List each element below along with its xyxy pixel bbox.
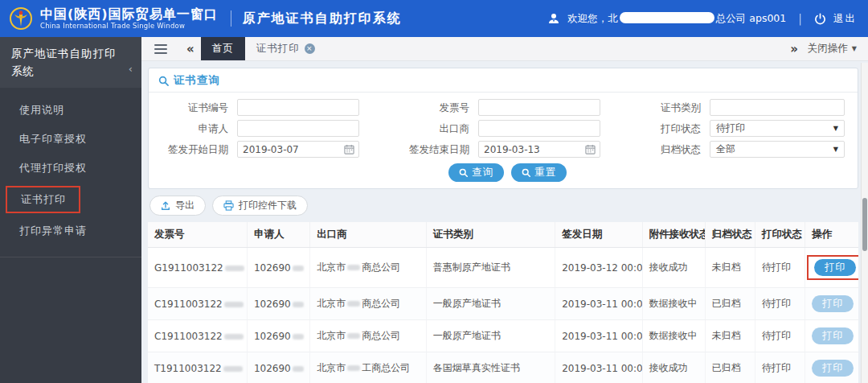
redaction-smudge [223,366,243,372]
brand: 中国(陕西)国际贸易单一窗口 China International Trade… [8,6,218,31]
action-cell: 打印 [805,320,858,352]
print-control-download-button[interactable]: 打印控件下载 [212,196,308,216]
page: 中国(陕西)国际贸易单一窗口 China International Trade… [0,0,868,383]
print-status-select[interactable]: 待打印 ▼ [710,120,845,137]
applicant-cell: 102690 [247,248,309,288]
print-status-cell: 待打印 [755,288,805,320]
sidebar-item-label: 电子印章授权 [19,133,87,145]
header-pipe: | [798,12,802,25]
redaction-smudge [224,302,244,307]
archive-status-label: 归档状态 [604,141,706,158]
column-header: 打印状态 [755,222,805,248]
sidebar-item-link[interactable]: 打印异常申请 [0,216,141,245]
applicant-cell: 102690 [247,320,309,352]
applicant-cell: 102690 [247,352,309,383]
sidebar-item-label: 使用说明 [19,104,64,116]
cert-type-cell: 一般原产地证书 [426,288,555,320]
print-status-value: 待打印 [716,121,745,135]
table-row: T1911003122102690北京市工商总公司各国烟草真实性证书2019-0… [148,352,858,383]
search-buttons: 查询 重置 [154,162,600,182]
attach-status-cell: 数据接收中 [642,288,705,320]
redaction-smudge [293,266,304,271]
redaction-smudge [293,366,304,372]
scrollbar-thumb[interactable] [862,198,867,251]
sidebar-item-active[interactable]: 证书打印 [0,183,141,216]
applicant-label: 申请人 [154,120,234,137]
search-form: 证书编号 发票号 证书类别 申请人 出口商 打印状态 待打印 [149,93,858,188]
search-panel: 证书查询 证书编号 发票号 证书类别 申请人 出口商 打印状态 [148,68,858,189]
start-date-input[interactable] [237,141,359,158]
issue-date-cell: 2019-03-12 00:00:00 [555,248,642,288]
close-operations-dropdown[interactable]: 关闭操作 ▼ [805,37,868,60]
brand-logo-icon [8,6,34,31]
print-button[interactable]: 打印 [814,259,856,276]
print-button[interactable]: 打印 [812,295,854,312]
print-button[interactable]: 打印 [812,327,854,344]
sidebar-item-label: 打印异常申请 [19,224,87,237]
sidebar-item-label: 代理打印授权 [19,162,87,174]
app-header: 中国(陕西)国际贸易单一窗口 China International Trade… [0,0,868,37]
print-button[interactable]: 打印 [812,360,854,377]
query-button[interactable]: 查询 [448,163,504,182]
sidebar-item-link[interactable]: 代理打印授权 [0,154,141,183]
brand-title-cn: 中国(陕西)国际贸易单一窗口 [40,7,218,22]
table-header-row: 发票号申请人出口商证书类别签发日期附件接收状态归档状态打印状态操作 [148,222,858,248]
vertical-scrollbar[interactable] [861,63,868,383]
export-button[interactable]: 导出 [149,196,206,216]
tab-bar: « 首页 证书打印 × » 关闭操作 ▼ [141,37,868,61]
calendar-icon[interactable] [344,144,354,154]
invoice-no-cell: G1911003122 [148,248,247,288]
issue-date-cell: 2019-03-11 00:00:00 [555,352,642,383]
results-table-panel: 发票号申请人出口商证书类别签发日期附件接收状态归档状态打印状态操作 G19110… [148,222,858,383]
column-header: 归档状态 [705,222,755,248]
applicant-input[interactable] [237,120,359,137]
main-area: « 首页 证书打印 × » 关闭操作 ▼ [141,37,868,383]
cert-type-input[interactable] [710,99,845,116]
redaction-blob [620,12,714,23]
reset-button[interactable]: 重置 [511,163,567,182]
power-icon[interactable] [814,13,826,25]
scroll-tabs-right-icon[interactable]: » [782,37,805,60]
search-icon [158,76,169,86]
user-icon [547,12,560,25]
end-date-label: 签发结束日期 [362,141,475,158]
invoice-no-input[interactable] [478,99,600,116]
archive-status-select[interactable]: 全部 ▼ [710,141,845,158]
logout-button[interactable]: 退出 [833,12,857,26]
brand-text: 中国(陕西)国际贸易单一窗口 China International Trade… [40,7,218,30]
brand-title-en: China International Trade Single Window [40,22,218,30]
sidebar-collapse-icon[interactable]: ‹ [129,61,133,78]
cert-type-cell: 各国烟草真实性证书 [426,352,555,383]
annotation-highlight-box: 打印 [807,255,858,280]
tab-home[interactable]: 首页 [201,37,245,60]
tab-cert-print[interactable]: 证书打印 × [245,37,326,60]
sidebar-item-link[interactable]: 使用说明 [0,96,141,125]
menu-icon[interactable] [154,37,167,60]
close-tab-icon[interactable]: × [305,43,315,54]
print-status-label: 打印状态 [604,120,706,137]
table-toolbar: 导出 打印控件下载 [149,196,858,216]
exporter-cell: 北京市商总公司 [310,288,426,320]
sidebar-item-link[interactable]: 电子印章授权 [0,125,141,154]
redaction-smudge [347,301,360,307]
attach-status-cell: 接收成功 [642,352,705,383]
exporter-cell: 北京市工商总公司 [310,352,426,383]
column-header: 证书类别 [426,222,555,248]
tab-cert-print-label: 证书打印 [256,42,300,56]
scroll-tabs-left-icon[interactable]: « [178,37,201,60]
column-header: 发票号 [148,222,247,248]
end-date-input[interactable] [478,141,600,158]
exporter-input[interactable] [478,120,600,137]
issue-date-cell: 2019-03-11 00:00:00 [555,288,642,320]
table-row: C1911003122102690北京市商总公司一般原产地证书2019-03-1… [148,320,858,352]
exporter-label: 出口商 [362,120,475,137]
calendar-icon[interactable] [585,144,596,154]
search-icon [459,168,468,177]
header-divider [231,10,231,27]
welcome-text: 欢迎您，北总公司 aps001 [567,12,786,26]
cert-no-input[interactable] [237,99,359,116]
cert-type-cell: 普惠制原产地证书 [426,248,555,288]
content-area: 证书查询 证书编号 发票号 证书类别 申请人 出口商 打印状态 [141,61,868,383]
action-cell: 打印 [805,248,858,288]
chevron-down-icon: ▼ [852,45,857,52]
